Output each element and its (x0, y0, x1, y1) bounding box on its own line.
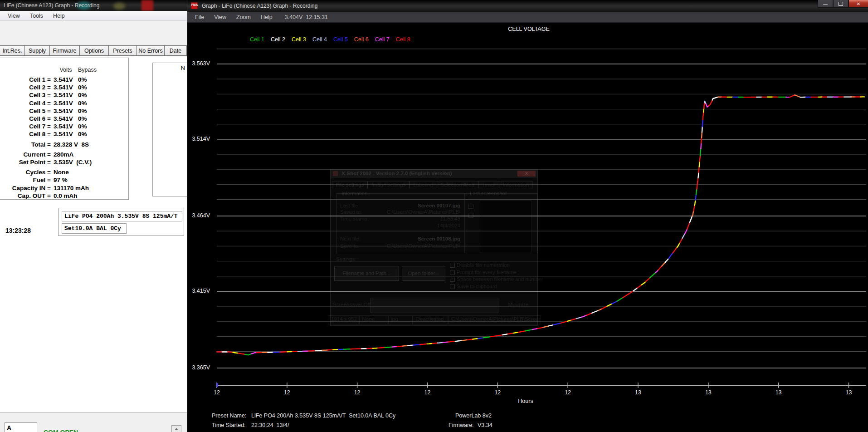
tab-intres[interactable]: Int.Res. (0, 45, 25, 56)
voltage-curve-segment (513, 332, 518, 333)
legend-cell1[interactable]: Cell 1 (250, 36, 264, 43)
cell-row-label: Cell 7 = (0, 123, 51, 130)
menu-view[interactable]: View (3, 13, 25, 19)
command-input[interactable]: A (5, 422, 37, 432)
voltage-curve-segment (709, 100, 712, 106)
legend-cell5[interactable]: Cell 5 (333, 36, 348, 43)
cell-voltage-chart (187, 0, 868, 432)
voltage-curve-segment (697, 178, 698, 182)
preset-name-field[interactable]: LiFe PO4 200Ah 3.535V 8S 125mA/T (62, 211, 182, 221)
voltage-curve-segment (687, 222, 690, 229)
tab-noerrors[interactable]: No Errors (137, 45, 165, 56)
left-window-titlebar[interactable]: LiFe (Chinese A123) Graph - Recording (0, 0, 187, 11)
voltage-curve-segment (378, 348, 385, 348)
voltage-curve-segment (685, 229, 687, 234)
x-tick-label: 12 (421, 389, 434, 396)
secondary-panel: N (152, 63, 187, 196)
voltage-curve-segment (443, 342, 449, 343)
voltage-curve-segment (692, 211, 693, 216)
cell-row-label: Cell 6 = (0, 115, 51, 123)
voltage-curve-segment (344, 349, 351, 349)
cell-row-bypass: 0% (78, 76, 100, 83)
voltage-curve-segment (699, 167, 699, 172)
cell-row: Cell 1 =3.541V0% (0, 76, 128, 83)
voltage-curve-segment (602, 306, 607, 309)
summary-row: Fuel =97 % (0, 176, 128, 184)
x-tick-label: 13 (702, 389, 715, 396)
voltage-curve-segment (699, 162, 700, 167)
graph-window: FMA Graph - LiFe (Chinese A123) Graph - … (187, 0, 868, 432)
cell-row-volts: 3.541V (54, 123, 78, 130)
cell-row-bypass: 0% (78, 115, 100, 123)
summary-row-label: Cap. OUT = (0, 192, 51, 200)
legend-cell7[interactable]: Cell 7 (375, 36, 390, 43)
voltage-curve-segment (316, 350, 323, 351)
clock-readout: 13:23:28 (5, 227, 31, 234)
voltage-curve-segment (646, 278, 650, 282)
legend-cell8[interactable]: Cell 8 (396, 36, 410, 43)
x-axis-title: Hours (514, 398, 537, 404)
x-tick-label: 13 (772, 389, 785, 396)
cell-row-label: Cell 2 = (0, 83, 51, 91)
cell-row: Cell 5 =3.541V0% (0, 107, 128, 115)
voltage-curve-segment (403, 346, 408, 346)
voltage-curve-segment (698, 172, 698, 178)
voltage-curve-segment (581, 315, 586, 317)
voltage-curve-segment (328, 350, 333, 350)
cell-row-bypass: 0% (78, 99, 100, 107)
y-tick-label: 3.514V (188, 136, 210, 142)
cell-row-label: Cell 8 = (0, 130, 51, 138)
voltage-curve-segment (518, 331, 526, 332)
voltage-curve-segment (473, 339, 478, 339)
tab-options[interactable]: Options (79, 45, 109, 56)
voltage-curve-segment (413, 344, 420, 345)
x-tick-label: 12 (351, 389, 364, 396)
voltage-curve-segment (703, 108, 704, 112)
x-tick-label: 12 (561, 389, 575, 396)
cell-row-bypass: 0% (78, 91, 100, 99)
voltage-curve-segment (702, 132, 702, 137)
voltage-curve-segment (427, 344, 433, 344)
voltage-curve-segment (432, 343, 438, 344)
menu-tools[interactable]: Tools (25, 13, 48, 19)
voltage-curve-segment (702, 119, 703, 127)
summary-row: Set Point =3.535V (C.V.) (0, 158, 128, 166)
legend-cell6[interactable]: Cell 6 (354, 36, 369, 43)
scroll-up-button[interactable] (171, 425, 181, 432)
tab-presets[interactable]: Presets (108, 45, 137, 56)
voltage-curve-segment (238, 353, 245, 354)
voltage-curve-segment (351, 349, 358, 349)
voltage-curve-segment (483, 337, 491, 338)
summary-row-value: 97 % (54, 176, 68, 184)
tab-date[interactable]: Date (164, 45, 187, 56)
cell-row-bypass: 0% (78, 83, 100, 91)
voltage-curve-segment (468, 339, 473, 340)
legend-cell2[interactable]: Cell 2 (271, 36, 285, 43)
voltage-curve-segment (228, 352, 233, 353)
voltage-curve-segment (548, 325, 554, 326)
wallpaper-blob-olive (113, 3, 125, 10)
legend-cell3[interactable]: Cell 3 (292, 36, 306, 43)
voltage-curve-segment (322, 350, 328, 350)
summary-row-value: 131170 mAh (54, 184, 89, 192)
legend-cell4[interactable]: Cell 4 (312, 36, 327, 43)
preset-settings-field[interactable]: Set10.0A BAL 0Cy (62, 223, 127, 234)
voltage-curve-segment (576, 317, 582, 319)
voltage-curve-segment (700, 156, 700, 161)
com-status-text: COM OPEN (44, 429, 78, 432)
voltage-curve-segment (497, 335, 503, 336)
voltage-curve-segment (795, 95, 800, 97)
summary-row: Cycles =None (0, 168, 128, 176)
menu-help[interactable]: Help (48, 13, 70, 19)
summary-row-label: Fuel = (0, 176, 51, 184)
tab-supply[interactable]: Supply (24, 45, 50, 56)
voltage-curve-segment (702, 127, 702, 132)
tab-firmware[interactable]: Firmware (49, 45, 80, 56)
cell-row: Cell 7 =3.541V0% (0, 123, 128, 130)
cell-row-bypass: 0% (78, 123, 100, 130)
x-tick-label: 12 (280, 389, 294, 396)
voltage-curve-segment (455, 340, 462, 341)
voltage-curve-segment (408, 345, 413, 346)
voltage-curve-segment (680, 238, 683, 243)
voltage-curve-segment (612, 301, 617, 304)
